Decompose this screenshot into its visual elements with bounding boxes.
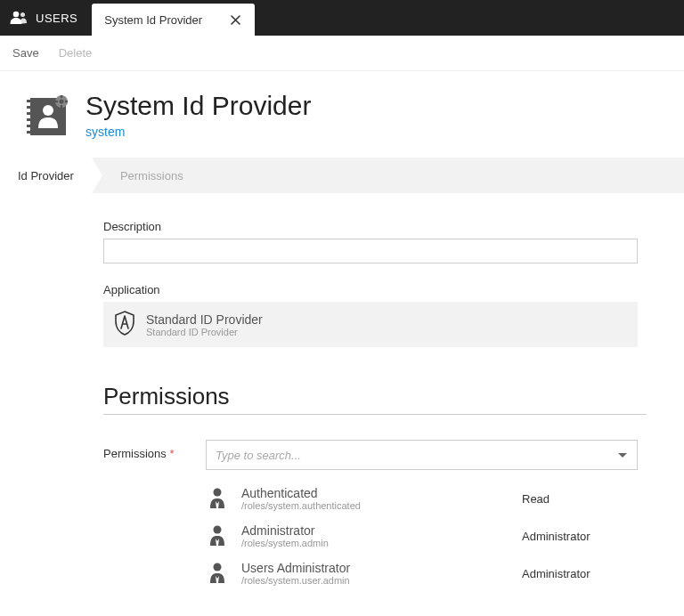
application-box[interactable]: Standard ID Provider Standard ID Provide… <box>103 302 638 347</box>
page-header: System Id Provider system <box>25 91 659 142</box>
principal-path: /roles/system.user.admin <box>241 575 509 586</box>
id-provider-icon <box>25 94 69 142</box>
principal-role: Administrator <box>522 566 638 580</box>
wizard-step-label: Permissions <box>120 169 183 182</box>
svg-point-11 <box>60 100 64 104</box>
required-indicator: * <box>169 447 174 460</box>
app-label-text: USERS <box>36 12 77 25</box>
svg-rect-5 <box>27 112 30 115</box>
svg-point-1 <box>20 12 25 17</box>
chevron-right-icon <box>92 158 102 193</box>
save-button[interactable]: Save <box>12 46 39 60</box>
svg-point-17 <box>214 526 222 534</box>
svg-rect-7 <box>27 125 30 127</box>
person-icon <box>206 487 229 510</box>
principal-text: Users Administrator/roles/system.user.ad… <box>241 561 509 586</box>
description-label: Description <box>103 220 659 233</box>
svg-rect-4 <box>27 106 30 109</box>
action-bar: Save Delete <box>0 36 684 71</box>
description-input[interactable] <box>103 239 638 263</box>
principal-row[interactable]: Administrator/roles/system.adminAdminist… <box>206 523 638 548</box>
field-application: Application Standard ID Provider Standar… <box>103 283 659 347</box>
svg-rect-15 <box>65 101 68 102</box>
principal-path: /roles/system.admin <box>241 538 509 548</box>
svg-rect-14 <box>55 101 58 102</box>
close-icon[interactable] <box>229 13 242 27</box>
permissions-search-combo[interactable]: Type to search... <box>206 440 638 470</box>
principal-text: Authenticated/roles/system.authenticated <box>241 486 509 511</box>
chevron-down-icon <box>617 449 628 462</box>
svg-point-0 <box>13 12 20 18</box>
principal-text: Administrator/roles/system.admin <box>241 523 509 548</box>
person-icon <box>206 562 229 585</box>
section-permissions-title: Permissions <box>103 383 647 415</box>
permissions-body: Type to search... Authenticated/roles/sy… <box>206 440 638 598</box>
svg-rect-13 <box>61 105 62 108</box>
principal-row[interactable]: Users Administrator/roles/system.user.ad… <box>206 561 638 586</box>
app-label: USERS <box>0 0 92 36</box>
delete-button[interactable]: Delete <box>59 46 93 60</box>
principal-name: Authenticated <box>241 486 509 500</box>
principal-row[interactable]: Authenticated/roles/system.authenticated… <box>206 486 638 511</box>
top-bar: USERS System Id Provider <box>0 0 684 36</box>
tab-active[interactable]: System Id Provider <box>92 4 255 36</box>
wizard-steps: Id Provider Permissions <box>0 158 684 193</box>
form-area: Description Application Standard ID Prov… <box>25 220 659 598</box>
wizard-step-id-provider[interactable]: Id Provider <box>0 158 92 193</box>
content-area: System Id Provider system Id Provider Pe… <box>0 71 684 616</box>
principal-name: Users Administrator <box>241 561 509 575</box>
svg-rect-8 <box>27 131 30 134</box>
person-icon <box>206 524 229 547</box>
permissions-label-text: Permissions <box>103 447 167 460</box>
page-title: System Id Provider <box>86 91 311 121</box>
page-subtitle[interactable]: system <box>86 125 311 139</box>
permissions-row: Permissions * Type to search... Authenti… <box>103 440 659 598</box>
application-sub: Standard ID Provider <box>146 327 263 337</box>
field-description: Description <box>103 220 659 263</box>
principal-role: Read <box>522 491 638 506</box>
wizard-step-label: Id Provider <box>18 169 74 182</box>
svg-rect-12 <box>61 95 62 98</box>
application-name: Standard ID Provider <box>146 312 263 327</box>
users-icon <box>9 10 28 26</box>
permissions-label: Permissions * <box>103 440 206 460</box>
svg-point-16 <box>214 489 222 497</box>
principal-role: Administrator <box>522 529 638 543</box>
application-label: Application <box>103 283 659 296</box>
svg-point-18 <box>214 563 222 571</box>
permissions-list: Authenticated/roles/system.authenticated… <box>206 486 638 586</box>
tab-title: System Id Provider <box>104 13 202 27</box>
svg-point-9 <box>43 105 53 116</box>
principal-path: /roles/system.authenticated <box>241 500 509 511</box>
search-placeholder: Type to search... <box>216 449 301 462</box>
principal-name: Administrator <box>241 523 509 538</box>
wizard-step-permissions[interactable]: Permissions <box>102 158 201 193</box>
svg-rect-6 <box>27 118 30 121</box>
shield-icon <box>114 311 135 338</box>
svg-rect-3 <box>27 100 30 102</box>
